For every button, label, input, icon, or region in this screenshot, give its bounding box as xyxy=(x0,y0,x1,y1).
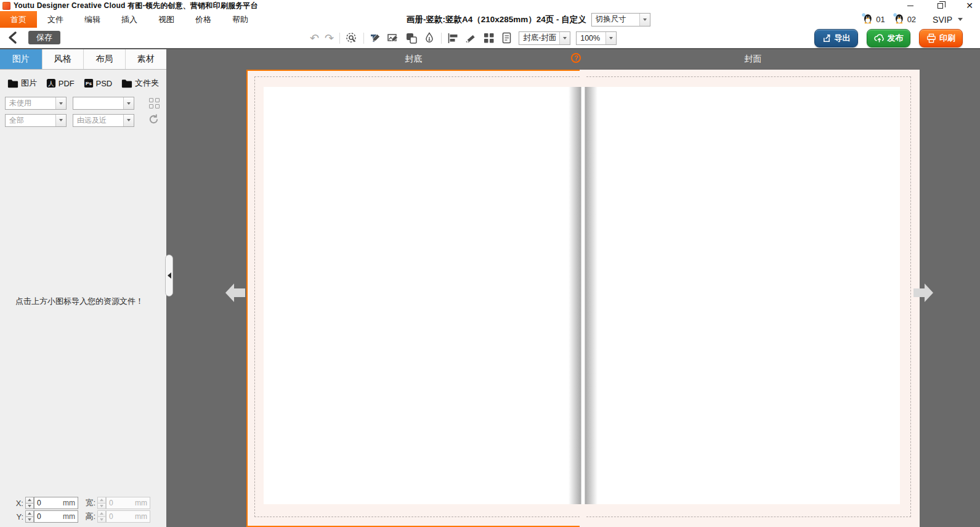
step-up-icon xyxy=(100,499,103,501)
sidebar-hint-text: 点击上方小图标导入您的资源文件！ xyxy=(15,296,144,307)
print-button[interactable]: 印刷 xyxy=(919,29,963,47)
y-stepper[interactable] xyxy=(25,510,34,523)
close-button[interactable]: ✕ xyxy=(964,1,975,10)
step-down-icon xyxy=(28,518,31,521)
x-input[interactable]: 0 mm xyxy=(34,497,78,509)
previous-spread-button[interactable] xyxy=(225,282,245,303)
page-view-icon[interactable] xyxy=(501,32,513,44)
cutter-tool-icon[interactable] xyxy=(465,32,477,44)
page-spread[interactable] xyxy=(246,70,920,527)
import-psd-button[interactable]: Ps PSD xyxy=(84,78,113,88)
scope-filter-select[interactable]: 全部 xyxy=(5,114,67,127)
zoom-select-value: 100% xyxy=(577,34,605,43)
export-button[interactable]: 导出 xyxy=(814,29,858,47)
width-label: 宽: xyxy=(83,497,95,509)
refresh-icon[interactable] xyxy=(148,113,160,127)
switch-size-label: 切换尺寸 xyxy=(592,14,639,25)
menu-item-file[interactable]: 文件 xyxy=(37,11,74,28)
svip-menu[interactable]: SVIP xyxy=(933,15,952,25)
menu-bar: 首页 文件 编辑 插入 视图 价格 帮助 画册-竖款:竖款A4（210x285m… xyxy=(0,11,980,28)
print-button-label: 印刷 xyxy=(939,33,955,44)
sidebar-collapse-handle[interactable] xyxy=(165,255,173,296)
style-filter-select[interactable] xyxy=(73,97,134,110)
sidebar: 图片 风格 布局 素材 图片 人 PDF Ps PSD 文件夹 xyxy=(0,49,166,527)
psd-icon: Ps xyxy=(84,78,94,88)
x-stepper[interactable] xyxy=(25,497,34,509)
import-pdf-label: PDF xyxy=(59,79,75,88)
zoom-select[interactable]: 100% xyxy=(576,31,617,45)
sort-filter-select[interactable]: 由远及近 xyxy=(73,114,134,127)
toolbar: 保存 ↶ ↷ xyxy=(0,28,980,49)
import-images-button[interactable]: 图片 xyxy=(7,78,37,89)
switch-size-dropdown-button[interactable] xyxy=(639,14,650,26)
menu-item-edit[interactable]: 编辑 xyxy=(74,11,111,28)
restore-button[interactable] xyxy=(934,1,946,10)
import-psd-label: PSD xyxy=(96,79,113,88)
edit-text-icon[interactable] xyxy=(370,32,382,44)
usage-filter-value: 未使用 xyxy=(6,98,55,108)
folder-icon xyxy=(7,79,18,88)
menu-item-price[interactable]: 价格 xyxy=(185,11,222,28)
spread-select-dropdown-button[interactable] xyxy=(559,32,570,44)
height-value: 0 xyxy=(109,512,113,521)
thumbnail-grid-icon[interactable] xyxy=(149,98,160,108)
tab-assets[interactable]: 素材 xyxy=(125,49,167,69)
export-icon xyxy=(822,34,832,43)
filter-row-2: 全部 由远及近 xyxy=(0,112,166,129)
menu-item-home[interactable]: 首页 xyxy=(0,11,37,28)
menu-item-view[interactable]: 视图 xyxy=(148,11,185,28)
height-coordinate-group: 高: 0 mm xyxy=(83,510,150,523)
grid-view-icon[interactable] xyxy=(483,32,495,44)
canvas-area[interactable]: 封底 ? 封面 xyxy=(166,49,980,527)
import-folder-label: 文件夹 xyxy=(135,78,159,89)
usage-filter-select[interactable]: 未使用 xyxy=(5,97,67,110)
redo-icon[interactable]: ↷ xyxy=(325,33,334,44)
back-button[interactable] xyxy=(6,30,21,45)
sort-filter-dropdown-button[interactable] xyxy=(123,115,134,126)
y-unit: mm xyxy=(63,512,75,521)
page-content-area[interactable] xyxy=(264,87,900,504)
tab-styles[interactable]: 风格 xyxy=(42,49,84,69)
undo-icon[interactable]: ↶ xyxy=(310,33,319,44)
cloud-upload-icon xyxy=(874,33,885,43)
scope-filter-value: 全部 xyxy=(6,115,55,126)
import-folder-button[interactable]: 文件夹 xyxy=(121,78,159,89)
import-pdf-button[interactable]: 人 PDF xyxy=(46,78,75,88)
edit-image-icon[interactable] xyxy=(387,32,400,44)
style-filter-dropdown-button[interactable] xyxy=(123,97,134,109)
chevron-left-icon xyxy=(168,272,171,279)
x-label: X: xyxy=(11,499,23,508)
pen-tool-icon[interactable] xyxy=(423,32,435,44)
minimize-icon xyxy=(907,6,913,6)
menu-item-insert[interactable]: 插入 xyxy=(111,11,148,28)
minimize-button[interactable] xyxy=(905,1,916,10)
publish-button[interactable]: 发布 xyxy=(867,29,910,47)
export-button-label: 导出 xyxy=(835,33,851,44)
help-icon[interactable]: ? xyxy=(571,53,581,63)
align-tool-icon[interactable] xyxy=(447,32,460,44)
zoom-select-dropdown-button[interactable] xyxy=(605,32,616,44)
qq-account-2-icon[interactable] xyxy=(893,13,904,26)
y-input[interactable]: 0 mm xyxy=(34,510,78,523)
svg-text:人: 人 xyxy=(48,80,54,87)
window-titlebar: Youtu Designer Creative Cloud 有图-领先的创意、营… xyxy=(0,0,980,11)
app-logo-icon xyxy=(2,2,10,10)
scope-filter-dropdown-button[interactable] xyxy=(55,115,66,126)
shape-tool-icon[interactable] xyxy=(405,32,418,44)
zoom-select-icon[interactable] xyxy=(346,32,358,44)
step-down-icon xyxy=(100,518,103,521)
usage-filter-dropdown-button[interactable] xyxy=(55,97,66,109)
qq-account-1-icon[interactable] xyxy=(862,13,873,26)
save-button[interactable]: 保存 xyxy=(28,31,60,44)
tab-layouts[interactable]: 布局 xyxy=(83,49,125,69)
menu-item-help[interactable]: 帮助 xyxy=(222,11,259,28)
tab-images[interactable]: 图片 xyxy=(0,49,42,69)
spread-select[interactable]: 封底-封面 xyxy=(519,31,570,45)
next-spread-button[interactable] xyxy=(913,282,933,303)
switch-size-select[interactable]: 切换尺寸 xyxy=(591,13,650,27)
back-cover-label: 封底 xyxy=(246,54,581,65)
chevron-down-icon xyxy=(127,119,131,121)
width-value: 0 xyxy=(109,499,113,507)
pdf-icon: 人 xyxy=(46,78,56,88)
x-value: 0 xyxy=(37,499,41,507)
